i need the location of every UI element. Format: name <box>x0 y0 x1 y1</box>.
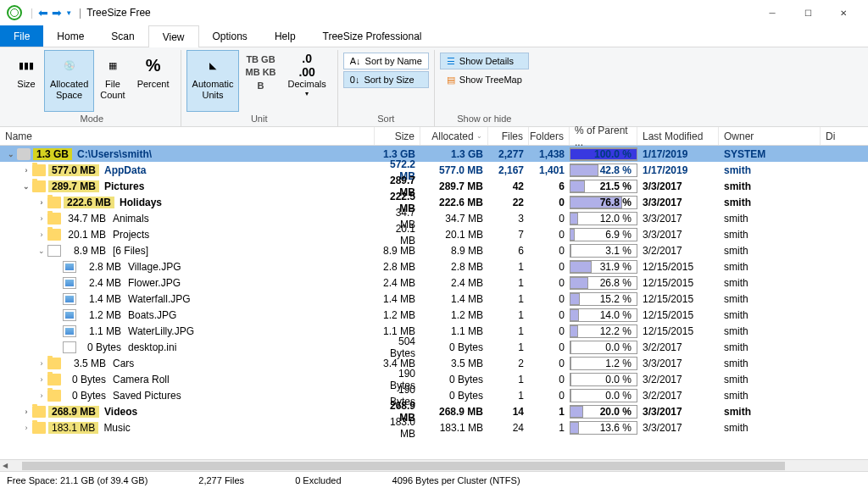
col-modified[interactable]: Last Modified <box>637 127 719 145</box>
col-size[interactable]: Size <box>375 127 420 145</box>
expand-toggle[interactable]: › <box>36 359 47 368</box>
tree-row[interactable]: ›577.0 MBAppData572.2 MB577.0 MB2,1671,4… <box>0 162 868 178</box>
horizontal-scrollbar[interactable]: ◀ <box>0 459 868 471</box>
folder-icon <box>47 358 61 369</box>
col-owner[interactable]: Owner <box>719 127 821 145</box>
mode-allocated-button[interactable]: 💿Allocated Space <box>44 50 94 112</box>
image-file-icon <box>63 261 76 273</box>
cell-folders: 0 <box>529 229 570 241</box>
tree-row[interactable]: 2.8 MBVillage.JPG2.8 MB2.8 MB1031.9 %12/… <box>0 258 868 274</box>
folder-icon <box>47 229 61 241</box>
cell-size: 2.8 MB <box>375 261 420 273</box>
nav-forward-icon[interactable]: ➡ <box>52 6 62 19</box>
tree-row[interactable]: 0 Bytesdesktop.ini504 Bytes0 Bytes100.0 … <box>0 339 868 355</box>
cell-percent: 0.0 % <box>570 389 637 402</box>
tree-row[interactable]: ›0 BytesCamera Roll190 Bytes0 Bytes100.0… <box>0 371 868 387</box>
col-percent[interactable]: % of Parent ... <box>570 127 637 145</box>
cell-percent: 12.0 % <box>570 212 637 225</box>
cell-modified: 12/15/2015 <box>637 277 719 289</box>
cell-files: 1 <box>488 325 529 337</box>
grid-icon: ▦ <box>101 53 125 77</box>
expand-toggle[interactable]: › <box>36 198 47 207</box>
expand-toggle[interactable]: › <box>36 375 47 384</box>
tree-row[interactable]: 1.4 MBWaterfall.JPG1.4 MB1.4 MB1015.2 %1… <box>0 291 868 307</box>
tree-row[interactable]: ⌄8.9 MB[6 Files]8.9 MB8.9 MB603.1 %3/2/2… <box>0 242 868 258</box>
percent-icon: % <box>142 53 165 77</box>
tree-row[interactable]: ›183.1 MBMusic183.0 MB183.1 MB24113.6 %3… <box>0 419 868 435</box>
tree-row[interactable]: ›268.9 MBVideos268.9 MB268.9 MB14120.0 %… <box>0 403 868 419</box>
sort-indicator-icon: ⌄ <box>476 132 482 140</box>
tree-row[interactable]: ⌄1.3 GBC:\Users\smith\1.3 GB1.3 GB2,2771… <box>0 146 868 162</box>
tree-row[interactable]: ›222.6 MBHolidays222.5 MB222.6 MB22076.8… <box>0 194 868 210</box>
menu-options[interactable]: Options <box>199 25 261 47</box>
tree-row[interactable]: 1.2 MBBoats.JPG1.2 MB1.2 MB1014.0 %12/15… <box>0 307 868 323</box>
expand-toggle[interactable]: › <box>36 214 47 223</box>
expand-toggle[interactable]: › <box>36 391 47 400</box>
expand-toggle[interactable]: ⌄ <box>5 150 17 158</box>
menu-pro[interactable]: TreeSize Professional <box>309 25 436 47</box>
mode-percent-button[interactable]: %Percent <box>131 50 175 112</box>
folder-icon <box>32 406 46 418</box>
expand-toggle[interactable]: › <box>20 424 32 432</box>
tree-view[interactable]: ⌄1.3 GBC:\Users\smith\1.3 GB1.3 GB2,2771… <box>0 146 868 459</box>
cell-allocated: 1.2 MB <box>420 309 488 321</box>
mode-filecount-button[interactable]: ▦File Count <box>94 50 131 112</box>
show-treemap-button[interactable]: ▤Show TreeMap <box>440 71 529 88</box>
size-label: 1.3 GB <box>33 148 72 160</box>
menu-view[interactable]: View <box>148 25 199 47</box>
item-name: C:\Users\smith\ <box>75 148 375 160</box>
nav-back-icon[interactable]: ⬅ <box>38 6 48 19</box>
close-button[interactable]: ✕ <box>826 8 861 18</box>
size-label: 289.7 MB <box>48 180 99 192</box>
cell-files: 2,277 <box>488 148 529 160</box>
sort-size-icon: 0↓ <box>350 75 360 85</box>
show-details-button[interactable]: ☰Show Details <box>440 53 529 69</box>
cell-folders: 0 <box>529 341 570 353</box>
tree-row[interactable]: ›0 BytesSaved Pictures190 Bytes0 Bytes10… <box>0 387 868 403</box>
expand-toggle[interactable]: › <box>20 408 32 416</box>
col-folders[interactable]: Folders <box>529 127 570 145</box>
sort-by-name-button[interactable]: A↓Sort by Name <box>343 53 429 69</box>
cell-folders: 0 <box>529 277 570 289</box>
col-name[interactable]: Name <box>0 127 375 145</box>
cell-percent: 12.2 % <box>570 324 637 338</box>
unit-decimals-button[interactable]: .0.00Decimals▾ <box>282 50 332 112</box>
cell-files: 1 <box>488 261 529 273</box>
scroll-left-icon[interactable]: ◀ <box>0 462 10 469</box>
menu-help[interactable]: Help <box>261 25 309 47</box>
mode-size-button[interactable]: ▮▮▮Size <box>8 50 44 112</box>
details-icon: ☰ <box>447 56 455 67</box>
col-files[interactable]: Files <box>488 127 529 145</box>
cell-size: 8.9 MB <box>375 245 420 257</box>
folder-icon <box>47 390 61 402</box>
tree-row[interactable]: 1.1 MBWaterLilly.JPG1.1 MB1.1 MB1012.2 %… <box>0 323 868 339</box>
nav-dropdown-icon[interactable]: ▼ <box>65 9 72 17</box>
titlebar: | ⬅ ➡ ▼ | TreeSize Free ─ ☐ ✕ <box>0 0 868 25</box>
maximize-button[interactable]: ☐ <box>790 8 826 18</box>
sep2: | <box>79 7 81 19</box>
menu-file[interactable]: File <box>0 25 43 47</box>
unit-grid[interactable]: TB GBMB KBB <box>239 50 281 112</box>
cell-files: 14 <box>488 406 529 418</box>
menu-home[interactable]: Home <box>43 25 97 47</box>
tree-row[interactable]: ›20.1 MBProjects20.1 MB20.1 MB706.9 %3/3… <box>0 226 868 242</box>
expand-toggle[interactable]: ⌄ <box>20 182 32 191</box>
cell-owner: smith <box>719 293 821 305</box>
scrollbar-thumb[interactable] <box>22 462 785 470</box>
minimize-button[interactable]: ─ <box>754 8 790 18</box>
sort-by-size-button[interactable]: 0↓Sort by Size <box>343 71 429 88</box>
tree-row[interactable]: 2.4 MBFlower.JPG2.4 MB2.4 MB1026.8 %12/1… <box>0 274 868 291</box>
expand-toggle[interactable]: › <box>36 230 47 239</box>
expand-toggle[interactable]: ⌄ <box>36 247 47 255</box>
cell-folders: 0 <box>529 245 570 257</box>
col-di[interactable]: Di <box>821 127 846 145</box>
col-allocated[interactable]: Allocated ⌄ <box>420 127 488 145</box>
tree-row[interactable]: ›34.7 MBAnimals34.7 MB34.7 MB3012.0 %3/3… <box>0 210 868 226</box>
expand-toggle[interactable]: › <box>20 166 32 175</box>
cell-percent: 31.9 % <box>570 260 637 274</box>
tree-row[interactable]: ⌄289.7 MBPictures289.7 MB289.7 MB42621.5… <box>0 178 868 194</box>
tree-row[interactable]: ›3.5 MBCars3.4 MB3.5 MB201.2 %3/3/2017sm… <box>0 355 868 371</box>
menu-scan[interactable]: Scan <box>97 25 147 47</box>
unit-auto-button[interactable]: ◣Automatic Units <box>186 50 240 112</box>
size-label: 183.1 MB <box>48 422 98 434</box>
